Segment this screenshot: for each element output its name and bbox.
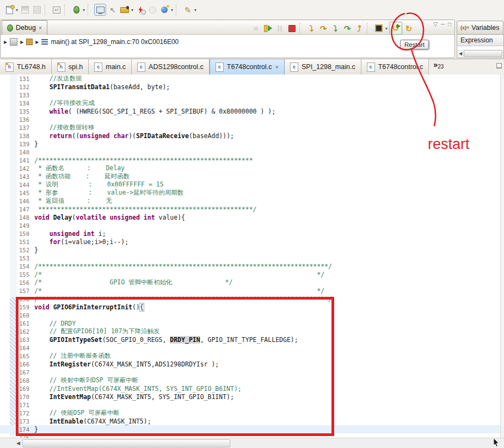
line-number[interactable]: 151 xyxy=(17,239,29,245)
step-over-icon[interactable]: ↷ xyxy=(318,23,329,34)
monitor-icon[interactable] xyxy=(94,4,106,16)
line-number[interactable]: 138 xyxy=(17,133,29,139)
line-number[interactable]: 167 xyxy=(17,369,29,376)
code-line[interactable]: 141/************************************… xyxy=(0,156,501,164)
code-line[interactable]: 147 ************************************… xyxy=(0,205,501,213)
line-number[interactable]: 156 xyxy=(17,279,29,286)
line-number[interactable]: 153 xyxy=(17,255,29,262)
expand-arrow-icon[interactable]: ▶ xyxy=(20,40,23,45)
line-number[interactable]: 147 xyxy=(17,206,29,213)
variables-hscrollbar[interactable]: ◀ xyxy=(457,49,503,57)
code-line[interactable]: 132 SPITransmitData1(baseAdd, byte); xyxy=(0,83,501,91)
flash-icon[interactable] xyxy=(135,4,146,15)
restart-icon[interactable] xyxy=(389,22,402,35)
debug-dropdown-icon[interactable]: ▾ xyxy=(83,8,85,13)
line-number[interactable]: 163 xyxy=(17,337,29,343)
code-line[interactable]: 134 //等待接收完成 xyxy=(0,99,501,107)
line-number[interactable]: 144 xyxy=(17,182,29,188)
editor-tab-ads1298control-c[interactable]: cADS1298control.c xyxy=(132,59,210,74)
editor-tab-main-c[interactable]: cmain.c xyxy=(89,59,132,74)
line-number[interactable]: 150 xyxy=(17,231,29,237)
code-line[interactable]: 168 // 映射中断到DSP 可屏蔽中断 xyxy=(0,376,501,384)
code-line[interactable]: 139} xyxy=(0,140,501,148)
code-line[interactable]: 165 // 注册中断服务函数 xyxy=(0,352,501,360)
line-number[interactable]: 162 xyxy=(17,328,29,335)
code-line[interactable]: 164 xyxy=(0,344,501,352)
stack-frame-row[interactable]: ▶ ▶ ▶ main() at SPI_1298_main.c:70 0xC00… xyxy=(4,38,179,46)
minimize-icon[interactable]: ─ xyxy=(441,21,445,27)
save-all-icon[interactable] xyxy=(32,4,42,15)
line-number[interactable]: 173 xyxy=(17,418,29,425)
line-number[interactable]: 137 xyxy=(17,125,29,131)
line-number[interactable]: 164 xyxy=(17,345,29,351)
target-sphere-dropdown-icon[interactable]: ▾ xyxy=(171,8,173,13)
restore-icon[interactable] xyxy=(496,63,502,68)
step-return-icon[interactable]: ⤴ xyxy=(354,23,365,34)
pointer-icon[interactable] xyxy=(107,4,118,15)
code-line[interactable]: 169 //IntEventMap(C674X_MASK_INT5, SYS_I… xyxy=(0,384,501,393)
line-number[interactable]: 145 xyxy=(17,190,29,196)
code-line[interactable]: 156/* GPIO 管脚中断初始化 */ xyxy=(0,278,501,287)
line-number[interactable]: 170 xyxy=(17,394,29,400)
code-line[interactable]: 146 * 返回值 : 无 xyxy=(0,197,501,205)
code-line[interactable]: 137 //接收数据转移 xyxy=(0,123,501,132)
asm-step-over-icon[interactable]: ↷ xyxy=(342,23,353,34)
line-number[interactable]: 169 xyxy=(17,385,29,392)
editor-tab-spi-h[interactable]: hspi.h xyxy=(52,59,89,74)
asm-step-into-icon[interactable]: ⤵ xyxy=(330,23,341,34)
close-icon[interactable]: × xyxy=(275,64,279,70)
scrollbar-thumb[interactable] xyxy=(22,439,230,447)
line-number[interactable]: 152 xyxy=(17,247,29,253)
line-number[interactable]: 161 xyxy=(17,320,29,327)
line-number[interactable]: 134 xyxy=(17,100,29,107)
line-number[interactable]: 139 xyxy=(17,141,29,147)
line-number[interactable]: 157 xyxy=(17,288,29,294)
code-line[interactable]: 174} xyxy=(0,425,501,433)
code-line[interactable]: 163 GPIOIntTypeSet(SOC_GPIO_0_REGS, DRDY… xyxy=(0,335,501,344)
code-line[interactable]: 173 IntEnable(C674X_MASK_INT5); xyxy=(0,417,501,425)
line-number[interactable]: 174 xyxy=(17,426,29,433)
code-line[interactable]: 151 for(i=value;i>0;i--); xyxy=(0,238,501,246)
chip-icon[interactable] xyxy=(373,23,384,34)
editor-tab-t6748control-c[interactable]: cT6748control.c× xyxy=(210,59,285,74)
pin-icon[interactable] xyxy=(182,4,193,15)
line-number[interactable]: 146 xyxy=(17,198,29,204)
code-line[interactable]: 158/************************************… xyxy=(0,295,501,303)
code-line[interactable]: 145 * 形参 : value->延时等待的周期数 xyxy=(0,189,501,197)
code-line[interactable]: 149 xyxy=(0,221,501,229)
code-line[interactable]: 171 xyxy=(0,401,501,409)
resume-icon[interactable] xyxy=(262,23,273,34)
editor-tab-t6748control-c[interactable]: cT6748control.c xyxy=(361,59,429,74)
line-number[interactable]: 140 xyxy=(17,149,29,155)
line-number[interactable]: 136 xyxy=(17,116,29,123)
step-into-icon[interactable]: ⤵ xyxy=(306,23,317,34)
new-wizard-icon[interactable] xyxy=(4,4,15,15)
editor-tab-spi-1298-main-c[interactable]: cSPI_1298_main.c xyxy=(285,59,361,74)
editor-tab-tl6748-h[interactable]: hTL6748.h xyxy=(0,59,52,74)
line-number[interactable]: 160 xyxy=(17,312,29,319)
line-number[interactable]: 159 xyxy=(17,304,29,310)
line-number[interactable]: 133 xyxy=(17,92,29,98)
tab-overflow-indicator[interactable]: »23 xyxy=(429,59,444,75)
new-wizard-dropdown-icon[interactable]: ▾ xyxy=(16,8,18,13)
code-line[interactable]: 172 // 使能DSP 可屏蔽中断 xyxy=(0,409,501,417)
scrollbar-thumb[interactable] xyxy=(464,50,502,57)
line-number[interactable]: 171 xyxy=(17,402,29,408)
code-line[interactable]: 138 return((unsigned char)(SPIDataReceiv… xyxy=(0,132,501,140)
tab-variables[interactable]: (x)= Variables xyxy=(457,21,503,34)
code-line[interactable]: 159void GPIO6PinInterruptInit(){ xyxy=(0,303,501,311)
code-line[interactable]: 131 //发送数据 xyxy=(0,74,501,83)
pin-dropdown-icon[interactable]: ▾ xyxy=(194,8,196,13)
code-line[interactable]: 155/* */ xyxy=(0,270,501,278)
code-line[interactable]: 170 IntEventMap(C674X_MASK_INT5, SYS_INT… xyxy=(0,393,501,401)
expression-column-header[interactable]: Expression xyxy=(457,35,503,46)
code-line[interactable]: 154/************************************… xyxy=(0,262,501,270)
code-line[interactable]: 160 xyxy=(0,311,501,319)
line-number[interactable]: 135 xyxy=(17,108,29,115)
code-line[interactable]: 143 * 函数功能 : 延时函数 xyxy=(0,172,501,181)
line-number[interactable]: 166 xyxy=(17,361,29,368)
debug-project-icon[interactable] xyxy=(119,4,130,15)
line-number[interactable]: 165 xyxy=(17,353,29,359)
line-number[interactable]: 154 xyxy=(17,263,29,270)
code-line[interactable]: 136 xyxy=(0,115,501,123)
